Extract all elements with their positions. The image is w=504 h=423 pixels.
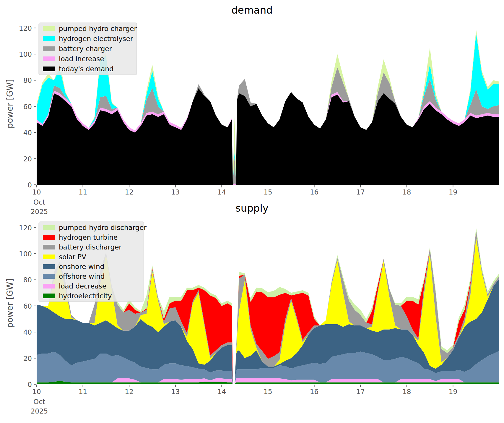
demand-chart: 10111213141516171819Oct20250204060801001… bbox=[19, 23, 499, 215]
legend-label: solar PV bbox=[59, 253, 86, 261]
y-tick-label: 120 bbox=[19, 25, 32, 32]
legend-swatch-load-decrease bbox=[43, 284, 55, 289]
x-tick-label: 15 bbox=[264, 188, 272, 196]
x-tick-label: 16 bbox=[310, 388, 318, 396]
x-tick-label: 11 bbox=[79, 188, 87, 196]
legend-swatch-battery-discharger bbox=[43, 245, 55, 249]
y-tick-label: 100 bbox=[19, 51, 32, 58]
x-tick-label: 17 bbox=[356, 188, 365, 196]
legend-swatch-load-increase bbox=[43, 56, 55, 61]
x-tick-label: 14 bbox=[217, 388, 226, 396]
y-tick-label: 0 bbox=[27, 381, 32, 388]
legend-swatch-hydrogen-electrolyser bbox=[43, 36, 55, 41]
x-tick-label: 18 bbox=[402, 188, 411, 196]
x-axis-date-label: 2025 bbox=[31, 407, 48, 415]
x-axis-date-label: Oct bbox=[33, 398, 45, 406]
legend-label: offshore wind bbox=[59, 273, 105, 280]
x-tick-label: 19 bbox=[449, 188, 457, 196]
legend-label: hydrogen turbine bbox=[59, 234, 118, 241]
x-tick-label: 16 bbox=[310, 188, 318, 196]
y-tick-label: 40 bbox=[23, 129, 32, 137]
legend-swatch-today-s-demand bbox=[43, 67, 55, 71]
y-tick-label: 20 bbox=[23, 155, 32, 163]
demand-y-axis-label: power [GW] bbox=[5, 65, 15, 142]
supply-y-axis-label: power [GW] bbox=[5, 265, 15, 342]
legend-swatch-offshore-wind bbox=[43, 274, 55, 279]
legend-swatch-hydroelectricity bbox=[43, 294, 55, 298]
y-tick-label: 40 bbox=[23, 328, 32, 336]
supply-chart: 10111213141516171819Oct20250204060801001… bbox=[19, 222, 499, 415]
legend-swatch-pumped-hydro-charger bbox=[43, 26, 55, 31]
legend-label: pumped hydro discharger bbox=[59, 224, 147, 231]
demand-chart-title: demand bbox=[0, 4, 504, 16]
legend-swatch-onshore-wind bbox=[43, 264, 55, 269]
legend-swatch-solar-pv bbox=[43, 255, 55, 259]
legend-label: pumped hydro charger bbox=[59, 25, 137, 33]
legend-swatch-hydrogen-turbine bbox=[43, 235, 55, 240]
x-tick-label: 12 bbox=[125, 388, 134, 396]
legend-swatch-battery-charger bbox=[43, 46, 55, 51]
legend-label: load increase bbox=[59, 55, 104, 63]
y-tick-label: 120 bbox=[19, 224, 32, 232]
x-tick-label: 18 bbox=[402, 388, 411, 396]
x-tick-label: 17 bbox=[356, 388, 365, 396]
legend-label: hydrogen electrolyser bbox=[59, 35, 133, 43]
x-tick-label: 15 bbox=[264, 388, 272, 396]
x-tick-label: 14 bbox=[217, 188, 226, 196]
legend-label: battery discharger bbox=[59, 243, 122, 251]
x-tick-label: 13 bbox=[171, 388, 180, 396]
y-tick-label: 60 bbox=[23, 103, 32, 111]
y-tick-label: 60 bbox=[23, 302, 32, 310]
x-tick-label: 10 bbox=[32, 388, 41, 396]
supply-x-axis: 10111213141516171819Oct2025 bbox=[31, 385, 457, 415]
legend-label: onshore wind bbox=[59, 263, 104, 270]
legend-label: load decrease bbox=[59, 282, 106, 290]
figure-canvas: 10111213141516171819Oct20250204060801001… bbox=[0, 0, 504, 423]
x-tick-label: 13 bbox=[171, 188, 180, 196]
supply-chart-title: supply bbox=[0, 202, 504, 214]
supply-y-axis: 020406080100120 bbox=[19, 224, 36, 388]
y-tick-label: 0 bbox=[27, 181, 32, 189]
legend-label: battery charger bbox=[59, 45, 112, 53]
legend-label: hydroelectricity bbox=[59, 292, 112, 300]
y-tick-label: 100 bbox=[19, 250, 32, 258]
supply-legend: pumped hydro dischargerhydrogen turbineb… bbox=[39, 222, 147, 302]
x-tick-label: 19 bbox=[449, 388, 457, 396]
legend-label: today's demand bbox=[59, 65, 113, 73]
y-tick-label: 80 bbox=[23, 276, 32, 284]
x-tick-label: 11 bbox=[79, 388, 87, 396]
x-tick-label: 10 bbox=[32, 188, 41, 196]
x-tick-label: 12 bbox=[125, 188, 134, 196]
legend-swatch-pumped-hydro-discharger bbox=[43, 225, 55, 230]
y-tick-label: 20 bbox=[23, 355, 32, 362]
y-tick-label: 80 bbox=[23, 77, 32, 84]
demand-legend: pumped hydro chargerhydrogen electrolyse… bbox=[39, 23, 137, 75]
demand-y-axis: 020406080100120 bbox=[19, 25, 36, 189]
